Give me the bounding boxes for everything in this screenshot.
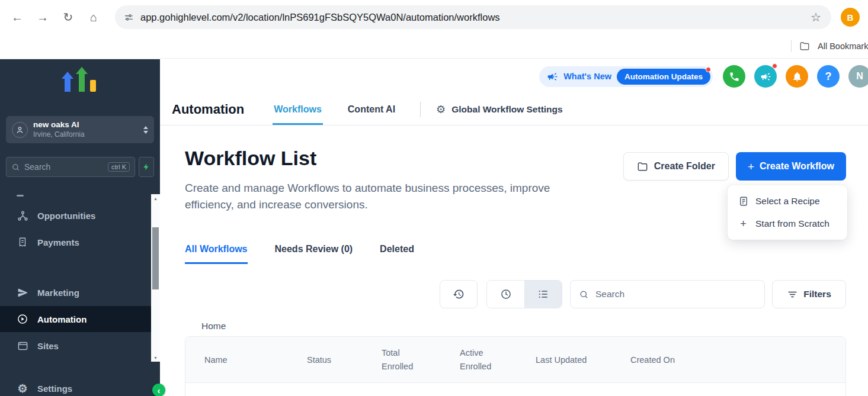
page-section-title: Automation bbox=[172, 102, 244, 117]
tab-needs-review[interactable]: Needs Review (0) bbox=[275, 244, 353, 264]
sidebar-item-settings[interactable]: ⚙ Settings bbox=[0, 375, 151, 396]
recent-view-button[interactable] bbox=[487, 281, 524, 308]
tab-content-ai[interactable]: Content AI bbox=[347, 94, 396, 125]
recipe-icon bbox=[738, 196, 749, 207]
sidebar-search-placeholder: Search bbox=[24, 162, 104, 172]
sidebar-item-label: Automation bbox=[37, 314, 87, 324]
table-row bbox=[185, 383, 845, 396]
main-content: What's New Automation Updates ? N Automa… bbox=[160, 59, 868, 396]
partially-scrolled-item bbox=[17, 195, 24, 197]
sites-icon bbox=[17, 340, 28, 352]
filter-icon bbox=[787, 289, 798, 300]
sidebar-collapse-button[interactable]: ‹ bbox=[152, 384, 165, 396]
home-icon[interactable]: ⌂ bbox=[83, 7, 104, 28]
list-toolbar: Filters bbox=[440, 280, 846, 308]
page-title: Workflow List bbox=[185, 147, 316, 170]
whats-new-label: What's New bbox=[563, 72, 611, 81]
phone-icon bbox=[729, 71, 740, 82]
top-action-bar: What's New Automation Updates ? N bbox=[539, 65, 868, 88]
search-icon bbox=[579, 289, 589, 300]
menu-item-start-from-scratch[interactable]: + Start from Scratch bbox=[728, 213, 847, 235]
sidebar-scrollbar[interactable]: ▲ ▼ bbox=[151, 194, 160, 362]
scrollbar-track[interactable] bbox=[151, 202, 160, 353]
search-input[interactable] bbox=[594, 288, 756, 300]
folder-icon bbox=[799, 41, 810, 51]
browser-nav-buttons: ← → ↻ ⌂ bbox=[0, 7, 104, 28]
view-toggle-group bbox=[486, 280, 562, 308]
list-icon bbox=[537, 288, 549, 300]
browser-toolbar: ← → ↻ ⌂ app.gohighlevel.com/v2/location/… bbox=[0, 0, 868, 34]
bookmarks-divider bbox=[791, 40, 792, 52]
url-text: app.gohighlevel.com/v2/location/lnPS691g… bbox=[140, 12, 809, 23]
phone-button[interactable] bbox=[723, 65, 745, 88]
history-icon bbox=[453, 288, 465, 300]
account-switcher[interactable]: new oaks AI Irvine, California bbox=[6, 116, 154, 143]
bell-icon bbox=[792, 71, 803, 82]
menu-item-label: Select a Recipe bbox=[755, 196, 820, 207]
column-header-active-enrolled: Active Enrolled bbox=[460, 346, 536, 373]
filters-button[interactable]: Filters bbox=[772, 280, 846, 308]
search-shortcut-badge: ctrl K bbox=[108, 162, 130, 172]
automation-header: Automation Workflows Content AI ⚙ Global… bbox=[172, 94, 868, 125]
create-workflow-label: Create Workflow bbox=[760, 161, 834, 172]
url-bar[interactable]: app.gohighlevel.com/v2/location/lnPS691g… bbox=[115, 5, 831, 29]
menu-item-select-a-recipe[interactable]: Select a Recipe bbox=[728, 190, 847, 213]
table-header-row: Name Status Total Enrolled Active Enroll… bbox=[185, 337, 845, 383]
sidebar-item-label: Marketing bbox=[37, 288, 79, 298]
sidebar-search-input[interactable]: Search ctrl K bbox=[6, 157, 135, 177]
account-switch-chevrons-icon bbox=[143, 126, 148, 134]
list-view-button[interactable] bbox=[524, 281, 562, 308]
global-workflow-settings-link[interactable]: Global Workflow Settings bbox=[451, 104, 562, 115]
sidebar-item-opportunities[interactable]: Opportunities bbox=[0, 202, 151, 228]
column-header-total-enrolled: Total Enrolled bbox=[382, 346, 460, 373]
header-border bbox=[160, 125, 868, 125]
bookmark-star-icon[interactable]: ☆ bbox=[809, 10, 822, 24]
account-location: Irvine, California bbox=[33, 130, 85, 140]
help-button[interactable]: ? bbox=[817, 65, 840, 88]
clock-icon bbox=[500, 288, 512, 300]
tab-workflows[interactable]: Workflows bbox=[273, 94, 323, 125]
refresh-icon[interactable]: ↻ bbox=[57, 7, 79, 28]
account-name: new oaks AI bbox=[33, 120, 85, 130]
question-mark-icon: ? bbox=[825, 70, 832, 83]
scrollbar-thumb[interactable] bbox=[152, 227, 159, 289]
search-icon bbox=[11, 163, 20, 172]
tab-deleted[interactable]: Deleted bbox=[380, 244, 414, 264]
site-info-icon[interactable] bbox=[124, 12, 134, 22]
account-avatar-icon bbox=[12, 122, 28, 138]
sidebar-item-automation[interactable]: Automation bbox=[0, 306, 151, 332]
announcements-button[interactable] bbox=[754, 65, 777, 88]
back-icon[interactable]: ← bbox=[7, 7, 28, 28]
sidebar-item-marketing[interactable]: Marketing bbox=[0, 279, 151, 305]
folder-icon bbox=[637, 161, 648, 172]
all-bookmarks-label[interactable]: All Bookmarks bbox=[818, 41, 868, 51]
scroll-down-icon[interactable]: ▼ bbox=[151, 353, 160, 362]
create-folder-button[interactable]: Create Folder bbox=[623, 152, 729, 181]
forward-icon[interactable]: → bbox=[32, 7, 53, 28]
whats-new-button[interactable]: What's New Automation Updates bbox=[539, 66, 713, 87]
plus-icon: + bbox=[748, 161, 754, 172]
create-workflow-button[interactable]: + Create Workflow bbox=[736, 152, 846, 181]
notifications-button[interactable] bbox=[786, 65, 808, 88]
sidebar-item-payments[interactable]: Payments bbox=[0, 229, 151, 255]
browser-profile-avatar[interactable]: B bbox=[841, 8, 860, 27]
scroll-up-icon[interactable]: ▲ bbox=[151, 194, 160, 202]
plus-icon: + bbox=[738, 218, 749, 229]
sidebar-item-sites[interactable]: Sites bbox=[0, 333, 151, 359]
sidebar: new oaks AI Irvine, California Search ct… bbox=[0, 59, 160, 396]
payments-icon bbox=[17, 236, 28, 248]
create-workflow-dropdown: Select a Recipe + Start from Scratch bbox=[728, 185, 847, 240]
avatar-initial: N bbox=[856, 71, 863, 82]
filters-label: Filters bbox=[803, 289, 831, 300]
quick-actions-bolt-icon[interactable] bbox=[139, 157, 154, 177]
page-description: Create and manage Workflows to automate … bbox=[185, 180, 600, 213]
sidebar-item-label: Opportunities bbox=[37, 211, 95, 221]
opportunities-icon bbox=[17, 210, 28, 221]
tab-all-workflows[interactable]: All Workflows bbox=[185, 244, 248, 264]
breadcrumb[interactable]: Home bbox=[201, 321, 226, 331]
sidebar-item-label: Settings bbox=[37, 384, 72, 394]
user-avatar[interactable]: N bbox=[848, 65, 868, 88]
history-button[interactable] bbox=[440, 280, 478, 308]
notification-dot bbox=[706, 67, 711, 72]
automation-updates-badge[interactable]: Automation Updates bbox=[617, 69, 710, 85]
